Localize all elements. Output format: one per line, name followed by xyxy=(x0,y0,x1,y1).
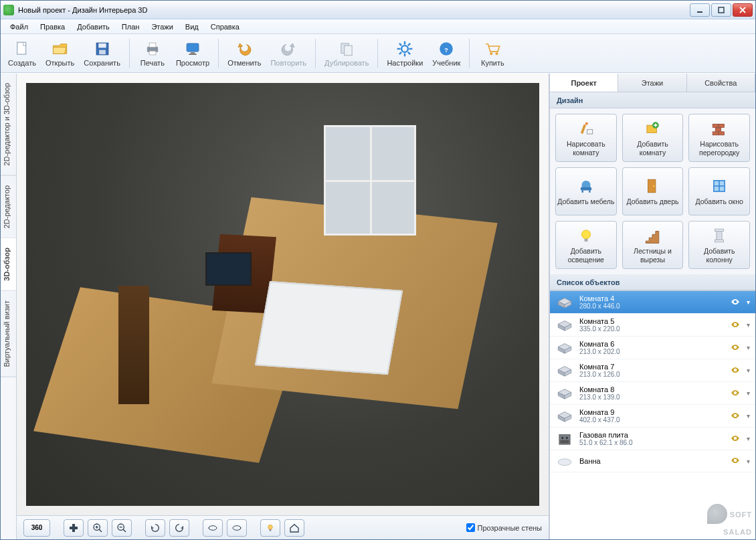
titlebar: Новый проект - Дизайн Интерьера 3D xyxy=(1,1,755,19)
design-draw-room-button[interactable]: Нарисовать комнату xyxy=(555,114,617,162)
transparent-walls-checkbox[interactable]: Прозрачные стены xyxy=(466,523,542,532)
view-zoom-in-button[interactable] xyxy=(88,519,108,537)
buy-button[interactable]: Купить xyxy=(474,36,511,71)
menu-Вид[interactable]: Вид xyxy=(180,21,204,33)
right-tab-Этажи[interactable]: Этажи xyxy=(618,74,686,92)
left-tab-2d3d[interactable]: 2D-редактор и 3D-обзор xyxy=(1,74,16,176)
design-stairs-button[interactable]: Лестницы и вырезы xyxy=(622,221,684,269)
window-buttons xyxy=(690,3,753,17)
object-row[interactable]: Комната 7213.0 x 126.0 ▾ xyxy=(550,359,755,382)
right-tab-Проект[interactable]: Проект xyxy=(550,74,618,92)
door-icon xyxy=(643,177,662,195)
view-zoom-out-button[interactable] xyxy=(112,519,132,537)
undo-icon xyxy=(235,39,254,58)
svg-rect-11 xyxy=(189,54,196,55)
view-orbit-left-button[interactable] xyxy=(203,519,223,537)
copy-icon xyxy=(337,39,356,58)
visibility-icon[interactable] xyxy=(731,434,741,444)
design-window-button[interactable]: Добавить окно xyxy=(688,167,750,215)
visibility-icon[interactable] xyxy=(731,343,741,353)
design-add-room-button[interactable]: Добавить комнату xyxy=(622,114,684,162)
print-button[interactable]: Печать xyxy=(134,36,171,71)
object-row[interactable]: Комната 9402.0 x 437.0 ▾ xyxy=(550,405,755,428)
design-buttons: Нарисовать комнатуДобавить комнатуНарисо… xyxy=(550,108,755,274)
help-button[interactable]: ?Учебник xyxy=(428,36,465,71)
design-column-button[interactable]: Добавить колонну xyxy=(688,221,750,269)
chevron-down-icon[interactable]: ▾ xyxy=(747,435,750,442)
view-pan-button[interactable] xyxy=(64,519,84,537)
viewport: 360Прозрачные стены xyxy=(17,74,549,539)
svg-rect-47 xyxy=(581,191,583,193)
window-title: Новый проект - Дизайн Интерьера 3D xyxy=(18,6,147,14)
app-icon xyxy=(3,5,14,15)
object-list[interactable]: Комната 4280.0 x 446.0 ▾ Комната 5335.0 … xyxy=(550,290,755,539)
design-header: Дизайн xyxy=(550,92,755,108)
design-door-button[interactable]: Добавить дверь xyxy=(622,167,684,215)
save-button[interactable]: Сохранить xyxy=(79,36,125,71)
design-furniture-button[interactable]: Добавить мебель xyxy=(555,167,617,215)
settings-button[interactable]: Настройки xyxy=(382,36,428,71)
chevron-down-icon[interactable]: ▾ xyxy=(747,412,750,420)
chevron-down-icon[interactable]: ▾ xyxy=(747,458,750,465)
preview-button[interactable]: Просмотр xyxy=(171,36,214,71)
svg-rect-0 xyxy=(697,11,702,13)
object-row[interactable]: Комната 4280.0 x 446.0 ▾ xyxy=(550,291,755,314)
chevron-down-icon[interactable]: ▾ xyxy=(747,389,750,397)
menu-Справка[interactable]: Справка xyxy=(205,21,245,33)
view-light-button[interactable] xyxy=(260,519,280,537)
close-button[interactable] xyxy=(733,3,753,17)
visibility-icon[interactable] xyxy=(731,388,741,399)
box-icon xyxy=(555,409,574,424)
view-rotate-left-button[interactable] xyxy=(145,519,165,537)
chevron-down-icon[interactable]: ▾ xyxy=(747,321,750,329)
svg-rect-13 xyxy=(345,46,352,56)
object-row[interactable]: Газовая плита51.0 x 62.1 x 86.0 ▾ xyxy=(550,428,755,450)
3d-scene[interactable] xyxy=(17,74,549,515)
draw-room-icon xyxy=(577,119,595,138)
object-row[interactable]: Комната 6213.0 x 202.0 ▾ xyxy=(550,337,755,359)
left-tab-virtual[interactable]: Виртуальный визит xyxy=(1,291,16,377)
visibility-icon[interactable] xyxy=(731,411,741,422)
create-button[interactable]: Создать xyxy=(3,36,41,71)
object-row[interactable]: Комната 8213.0 x 139.0 ▾ xyxy=(550,382,755,405)
visibility-icon[interactable] xyxy=(731,456,741,466)
left-tab-2d[interactable]: 2D-редактор xyxy=(1,176,16,238)
view-home-button[interactable] xyxy=(284,519,304,537)
app-window: Новый проект - Дизайн Интерьера 3D ФайлП… xyxy=(0,0,756,540)
left-tab-3d[interactable]: 3D-обзор xyxy=(1,238,16,291)
svg-rect-45 xyxy=(719,132,724,135)
open-button[interactable]: Открыть xyxy=(41,36,79,71)
gear-icon xyxy=(395,39,414,58)
menu-План[interactable]: План xyxy=(116,21,145,33)
menu-Этажи[interactable]: Этажи xyxy=(146,21,178,33)
duplicate-button: Дублировать xyxy=(320,36,373,71)
view-orbit-right-button[interactable] xyxy=(227,519,247,537)
maximize-button[interactable] xyxy=(711,3,731,17)
view-360-button[interactable]: 360 xyxy=(23,519,50,537)
undo-button[interactable]: Отменить xyxy=(223,36,266,71)
design-wall-button[interactable]: Нарисовать перегородку xyxy=(688,114,750,162)
object-row[interactable]: Ванна ▾ xyxy=(550,450,755,472)
menu-Правка[interactable]: Правка xyxy=(35,21,70,33)
visibility-icon[interactable] xyxy=(731,320,741,331)
view-rotate-right-button[interactable] xyxy=(169,519,189,537)
visibility-icon[interactable] xyxy=(731,297,741,308)
chevron-down-icon[interactable]: ▾ xyxy=(747,367,750,374)
svg-point-14 xyxy=(401,46,408,52)
svg-rect-56 xyxy=(717,230,722,241)
visibility-icon[interactable] xyxy=(731,365,741,376)
menu-Добавить[interactable]: Добавить xyxy=(72,21,115,33)
minimize-button[interactable] xyxy=(690,3,710,17)
menu-Файл[interactable]: Файл xyxy=(5,21,33,33)
box-icon xyxy=(555,318,574,333)
svg-rect-43 xyxy=(715,128,721,132)
chevron-down-icon[interactable]: ▾ xyxy=(747,344,750,351)
svg-line-21 xyxy=(408,43,410,46)
design-light-button[interactable]: Добавить освещение xyxy=(555,221,617,269)
right-tab-Свойства[interactable]: Свойства xyxy=(687,74,755,92)
svg-rect-38 xyxy=(587,130,592,134)
printer-icon xyxy=(143,39,162,58)
object-row[interactable]: Комната 5335.0 x 220.0 ▾ xyxy=(550,314,755,337)
chevron-down-icon[interactable]: ▾ xyxy=(747,298,750,306)
view-toolbar: 360Прозрачные стены xyxy=(17,515,549,539)
